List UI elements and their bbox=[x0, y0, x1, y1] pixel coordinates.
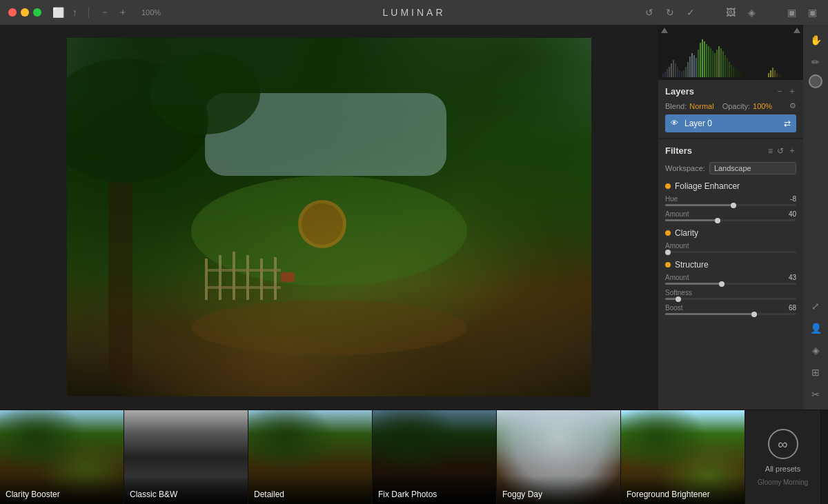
filters-refresh-icon[interactable]: ↺ bbox=[777, 146, 784, 156]
filter-header-foliage[interactable]: Foliage Enhancer bbox=[665, 181, 796, 191]
svg-rect-47 bbox=[724, 55, 726, 77]
workspace-label: Workspace: bbox=[665, 164, 705, 172]
filter-slider-handle-boost[interactable] bbox=[751, 312, 757, 317]
layers-view-button[interactable]: ◈ bbox=[744, 5, 759, 20]
blend-row: Blend: Normal Opacity: 100% ⚙ bbox=[665, 101, 796, 110]
filter-slider-softness[interactable] bbox=[665, 298, 796, 300]
preset-item-foreground[interactable]: Foreground Brightener bbox=[621, 410, 745, 504]
layers-plus-icon[interactable]: ＋ bbox=[788, 85, 796, 97]
minimize-button[interactable] bbox=[21, 8, 29, 17]
share-icon[interactable]: ↑ bbox=[72, 7, 77, 18]
filter-dot-structure bbox=[665, 262, 671, 268]
svg-rect-36 bbox=[702, 39, 703, 77]
svg-rect-27 bbox=[683, 70, 684, 77]
filter-value-boost: 68 bbox=[789, 304, 796, 312]
svg-rect-28 bbox=[685, 67, 687, 77]
preset-label-foggy: Foggy Day bbox=[497, 476, 620, 504]
layers-gear-icon[interactable]: ⚙ bbox=[789, 101, 796, 110]
layers-header: Layers － ＋ bbox=[665, 85, 796, 97]
filters-plus-icon[interactable]: ＋ bbox=[788, 145, 796, 157]
filters-list-icon[interactable]: ≡ bbox=[768, 146, 773, 156]
svg-rect-4 bbox=[205, 259, 208, 300]
svg-point-16 bbox=[191, 300, 467, 355]
svg-rect-66 bbox=[782, 76, 784, 77]
fullscreen-button[interactable] bbox=[33, 8, 41, 17]
filter-label-clarity-amount: Amount bbox=[665, 242, 689, 250]
folder-icon[interactable]: ⬜ bbox=[52, 7, 64, 18]
filter-slider-boost[interactable] bbox=[665, 313, 796, 315]
preset-item-fix-dark[interactable]: Fix Dark Photos bbox=[373, 410, 497, 504]
scissors-button[interactable]: ✂ bbox=[806, 385, 825, 404]
presets-strip: Clarity Booster Classic B&W Detailed Fix… bbox=[0, 410, 828, 504]
filter-slider-fill-boost bbox=[665, 313, 754, 315]
svg-rect-25 bbox=[679, 70, 680, 77]
svg-rect-30 bbox=[689, 57, 691, 77]
canvas-area[interactable] bbox=[0, 25, 658, 410]
svg-rect-63 bbox=[776, 73, 778, 77]
filters-section[interactable]: Filters ≡ ↺ ＋ Workspace: Landscape Portr… bbox=[658, 139, 803, 410]
svg-rect-60 bbox=[770, 70, 771, 77]
svg-rect-34 bbox=[698, 50, 699, 77]
blend-value[interactable]: Normal bbox=[689, 102, 713, 110]
layers-minus-icon[interactable]: － bbox=[776, 85, 784, 97]
filter-slider-fill-hue bbox=[665, 204, 733, 206]
filter-control-clarity-amount-row: Amount bbox=[665, 242, 796, 250]
layer-eye-icon[interactable]: 👁 bbox=[671, 119, 680, 128]
svg-rect-53 bbox=[737, 70, 738, 77]
svg-rect-65 bbox=[780, 75, 782, 77]
svg-rect-52 bbox=[735, 69, 736, 77]
close-button[interactable] bbox=[8, 8, 17, 17]
filter-slider-handle-softness[interactable] bbox=[676, 296, 681, 302]
filter-slider-handle-structure-amount[interactable] bbox=[719, 281, 724, 287]
workspace-select[interactable]: Landscape Portrait Black & White Street bbox=[709, 162, 796, 174]
svg-rect-29 bbox=[687, 62, 689, 77]
svg-rect-8 bbox=[260, 259, 263, 300]
preset-item-foggy[interactable]: Foggy Day bbox=[497, 410, 621, 504]
preset-label-detailed: Detailed bbox=[248, 476, 372, 504]
svg-rect-37 bbox=[704, 41, 705, 77]
zoom-plus-icon[interactable]: ＋ bbox=[118, 6, 128, 19]
filter-header-structure[interactable]: Structure bbox=[665, 260, 796, 270]
redo-button[interactable]: ↻ bbox=[662, 5, 678, 20]
grid-button[interactable]: ⊞ bbox=[806, 363, 825, 382]
person-button[interactable]: 👤 bbox=[806, 319, 825, 338]
color-picker-tool[interactable] bbox=[809, 74, 822, 88]
undo-button[interactable]: ↺ bbox=[642, 5, 657, 20]
filter-header-clarity[interactable]: Clarity bbox=[665, 228, 796, 238]
layer-item[interactable]: 👁 Layer 0 ⇄ bbox=[665, 114, 796, 132]
layers-header-icons: － ＋ bbox=[776, 85, 796, 97]
filter-slider-structure-amount[interactable] bbox=[665, 283, 796, 285]
transform-button[interactable]: ⤢ bbox=[806, 296, 825, 316]
check-button[interactable]: ✓ bbox=[683, 5, 698, 20]
preset-item-detailed[interactable]: Detailed bbox=[248, 410, 373, 504]
panel-left-button[interactable]: ▣ bbox=[784, 5, 799, 20]
filter-slider-clarity-amount[interactable] bbox=[665, 251, 796, 253]
preset-item-classic-bw[interactable]: Classic B&W bbox=[124, 410, 248, 504]
pen-tool-button[interactable]: ✏ bbox=[806, 52, 825, 72]
image-view-button[interactable]: 🖼 bbox=[723, 5, 738, 20]
app-title: LUMINAR bbox=[382, 7, 445, 18]
svg-rect-5 bbox=[219, 255, 221, 300]
svg-rect-32 bbox=[693, 55, 695, 77]
opacity-value[interactable]: 100% bbox=[753, 102, 772, 110]
svg-rect-9 bbox=[274, 257, 277, 300]
filter-slider-handle-hue[interactable] bbox=[731, 203, 736, 208]
svg-rect-18 bbox=[664, 72, 666, 77]
svg-rect-43 bbox=[716, 50, 718, 77]
svg-rect-12 bbox=[281, 272, 295, 282]
filter-slider-handle-foliage-amount[interactable] bbox=[715, 218, 720, 223]
all-presets-button[interactable]: ∞ All presets Gloomy Morning bbox=[745, 410, 821, 504]
svg-rect-58 bbox=[747, 76, 749, 77]
histogram-svg bbox=[661, 36, 800, 77]
filter-slider-handle-clarity[interactable] bbox=[665, 250, 671, 255]
panel-right-button[interactable]: ▣ bbox=[805, 5, 820, 20]
zoom-minus-icon[interactable]: － bbox=[100, 6, 110, 19]
filter-dot-foliage bbox=[665, 183, 671, 189]
hand-tool-button[interactable]: ✋ bbox=[806, 30, 825, 50]
preset-item-clarity-booster[interactable]: Clarity Booster bbox=[0, 410, 124, 504]
gradient-button[interactable]: ◈ bbox=[806, 341, 825, 360]
all-presets-sublabel: Gloomy Morning bbox=[758, 478, 808, 486]
filter-slider-foliage-amount[interactable] bbox=[665, 219, 796, 221]
layer-adjust-icon[interactable]: ⇄ bbox=[784, 119, 791, 128]
filter-slider-hue[interactable] bbox=[665, 204, 796, 206]
